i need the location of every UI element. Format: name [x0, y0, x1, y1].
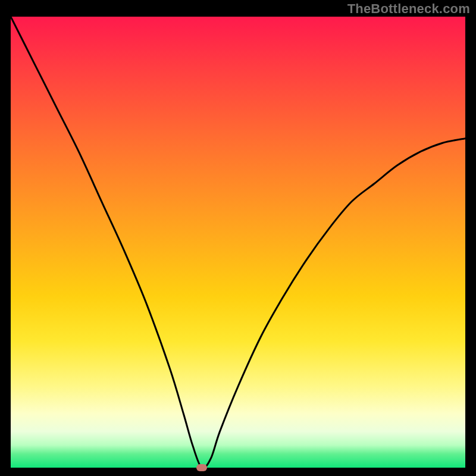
- chart-frame: TheBottleneck.com: [0, 0, 476, 476]
- plot-area: [11, 17, 465, 468]
- optimal-point-marker: [196, 464, 207, 471]
- bottleneck-curve: [11, 17, 465, 468]
- watermark-text: TheBottleneck.com: [347, 1, 470, 17]
